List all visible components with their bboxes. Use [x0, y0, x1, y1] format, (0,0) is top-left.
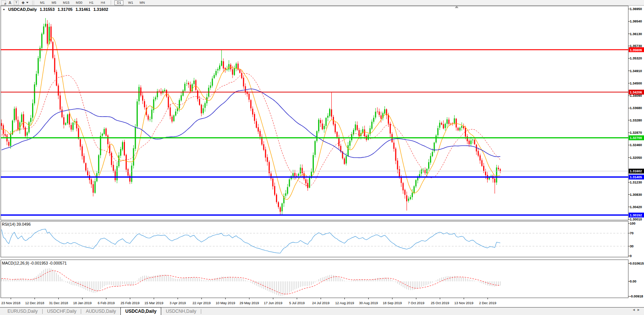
- svg-text:1.36540: 1.36540: [630, 19, 642, 23]
- svg-text:15 Mar 2019: 15 Mar 2019: [144, 301, 163, 305]
- svg-text:1.31602: 1.31602: [630, 169, 642, 173]
- moving-averages: [1, 38, 500, 200]
- price-axis: 1.369501.365401.361301.357301.353201.349…: [628, 7, 644, 221]
- svg-text:1.30420: 1.30420: [630, 205, 642, 209]
- tab-eurusd-daily[interactable]: EURUSD,Daily: [3, 308, 42, 315]
- svg-text:100: 100: [630, 222, 635, 225]
- svg-text:5 Jul 2019: 5 Jul 2019: [289, 301, 305, 305]
- tab-usdcad-daily[interactable]: USDCAD,Daily: [120, 307, 161, 315]
- svg-text:1.30010: 1.30010: [630, 217, 642, 221]
- tab-audusd-daily[interactable]: AUDUSD,Daily: [81, 308, 120, 315]
- svg-text:7 Oct 2019: 7 Oct 2019: [408, 301, 424, 305]
- macd-pane: 0.0106150.00-0.00918: [1, 262, 644, 298]
- high-value: 1.31705: [58, 7, 73, 12]
- svg-text:1.33280: 1.33280: [630, 118, 642, 122]
- svg-text:1.32870: 1.32870: [630, 131, 642, 135]
- svg-text:1.30152: 1.30152: [630, 213, 642, 217]
- svg-text:3 Apr 2019: 3 Apr 2019: [170, 301, 186, 305]
- svg-text:1.36950: 1.36950: [630, 7, 642, 11]
- svg-text:17 Jun 2019: 17 Jun 2019: [264, 301, 283, 305]
- collapse-triangle-icon[interactable]: ▼: [3, 7, 5, 12]
- svg-text:30 Aug 2019: 30 Aug 2019: [359, 301, 378, 305]
- svg-text:10 May 2019: 10 May 2019: [216, 301, 235, 305]
- svg-text:12 Dec 2018: 12 Dec 2018: [25, 301, 44, 305]
- svg-text:31 Dec 2018: 31 Dec 2018: [49, 301, 68, 305]
- svg-text:-0.00918: -0.00918: [630, 294, 643, 298]
- svg-text:6 Feb 2019: 6 Feb 2019: [98, 301, 115, 305]
- svg-text:1.34910: 1.34910: [630, 69, 642, 73]
- open-value: 1.31553: [40, 7, 55, 12]
- svg-text:1.32700: 1.32700: [630, 136, 642, 140]
- svg-text:1.33680: 1.33680: [630, 106, 642, 110]
- svg-text:1.32460: 1.32460: [630, 143, 642, 147]
- tab-scroll-right-icon[interactable]: ►: [637, 308, 642, 312]
- svg-text:12 Aug 2019: 12 Aug 2019: [335, 301, 354, 305]
- svg-text:2 Dec 2019: 2 Dec 2019: [479, 301, 496, 305]
- rsi-indicator-label: RSI(14) 39.0496: [2, 222, 31, 226]
- symbol-tabbar: EURUSD,Daily USDCHF,Daily AUDUSD,Daily U…: [0, 307, 644, 315]
- tab-scroll-left-icon[interactable]: ◄: [632, 308, 637, 312]
- candles: [1, 18, 501, 215]
- svg-text:1.35320: 1.35320: [630, 56, 642, 60]
- tab-usdchf-daily[interactable]: USDCHF,Daily: [43, 308, 81, 315]
- svg-text:25 Oct 2019: 25 Oct 2019: [431, 301, 449, 305]
- mt4-window: F A T ❖ M1 M5 M15 M30 H1 H4 D1 W1 MN 1.3…: [0, 0, 644, 315]
- svg-text:13 Nov 2019: 13 Nov 2019: [454, 301, 473, 305]
- svg-text:0: 0: [630, 254, 632, 258]
- svg-text:29 May 2019: 29 May 2019: [239, 301, 259, 305]
- svg-text:1.31230: 1.31230: [630, 180, 642, 184]
- svg-text:0.00: 0.00: [630, 280, 637, 283]
- low-value: 1.31461: [76, 7, 91, 12]
- tab-usdcnh-daily[interactable]: USDCNH,Daily: [161, 308, 200, 315]
- chart-title: ▼ USDCAD,Daily 1.31553 1.31705 1.31461 1…: [3, 7, 108, 12]
- svg-text:1.35606: 1.35606: [630, 48, 642, 52]
- rsi-pane: 10070300: [1, 222, 635, 258]
- svg-text:22 Apr 2019: 22 Apr 2019: [193, 301, 211, 305]
- svg-text:18 Jan 2019: 18 Jan 2019: [73, 301, 92, 305]
- tab-separator: [201, 309, 201, 314]
- tab-scroll-arrows: ◄►: [632, 308, 642, 312]
- svg-text:23 Nov 2018: 23 Nov 2018: [1, 301, 20, 305]
- svg-text:1.36130: 1.36130: [630, 32, 642, 36]
- macd-indicator-label: MACD(12,26,9) -0.001953 -0.000571: [2, 261, 67, 265]
- svg-text:70: 70: [630, 231, 634, 235]
- svg-text:1.32050: 1.32050: [630, 156, 642, 160]
- svg-text:1.30830: 1.30830: [630, 193, 642, 197]
- svg-text:0.010615: 0.010615: [630, 262, 644, 265]
- price-chart-svg[interactable]: 1.369501.365401.361301.357301.353201.349…: [0, 0, 644, 315]
- svg-text:25 Feb 2019: 25 Feb 2019: [121, 301, 140, 305]
- date-axis: 23 Nov 201812 Dec 201831 Dec 201818 Jan …: [1, 298, 496, 305]
- svg-text:1.34500: 1.34500: [630, 81, 642, 85]
- svg-text:1.34206: 1.34206: [630, 90, 642, 94]
- svg-text:18 Sep 2019: 18 Sep 2019: [383, 301, 402, 305]
- svg-text:1.31405: 1.31405: [630, 175, 642, 179]
- symbol-period-label: USDCAD,Daily: [8, 7, 37, 12]
- close-value: 1.31602: [93, 7, 108, 12]
- svg-text:30: 30: [630, 244, 634, 248]
- svg-text:24 Jul 2019: 24 Jul 2019: [312, 301, 330, 305]
